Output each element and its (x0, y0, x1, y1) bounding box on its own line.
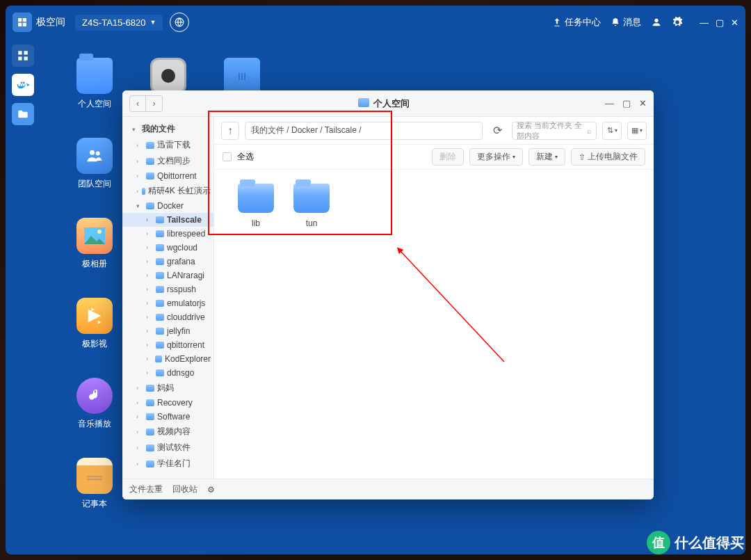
fm-minimize-button[interactable]: — (605, 98, 614, 109)
tree-item-迅雷下载[interactable]: › 迅雷下载 (122, 137, 213, 153)
maximize-button[interactable]: ▢ (716, 17, 724, 28)
dock (6, 39, 40, 125)
svg-point-6 (90, 150, 95, 155)
search-icon: ⌕ (587, 127, 592, 135)
fm-close-button[interactable]: ✕ (639, 98, 647, 109)
tree-item-lanraragi[interactable]: › LANraragi (122, 269, 213, 282)
tree-item-精研4k-长虹演示[interactable]: › 精研4K 长虹演示 (122, 183, 213, 199)
delete-button[interactable]: 删除 (432, 148, 464, 166)
desktop-icon-notes[interactable]: 记事本 (75, 458, 114, 510)
tree-item-docker[interactable]: ▾ Docker (122, 199, 213, 213)
folder-icon (146, 461, 154, 467)
chevron-down-icon: ▼ (150, 19, 156, 26)
chevron-icon: › (136, 173, 143, 179)
tree-item-emulatorjs[interactable]: › emulatorjs (122, 296, 213, 310)
folder-icon (156, 342, 164, 349)
folder-icon (156, 272, 164, 279)
fm-content-area[interactable]: libtun (214, 170, 654, 479)
nav-back-button[interactable]: ‹ (129, 95, 146, 112)
fm-maximize-button[interactable]: ▢ (622, 98, 631, 109)
minimize-button[interactable]: — (700, 17, 709, 28)
go-up-button[interactable]: ↑ (221, 122, 239, 140)
folder-icon (146, 445, 154, 451)
watermark-badge-icon: 值 (647, 531, 670, 554)
tree-item-recovery[interactable]: › Recovery (122, 396, 213, 410)
more-actions-button[interactable]: 更多操作▾ (469, 148, 523, 166)
user-icon[interactable] (651, 17, 662, 28)
tree-item-ddnsgo[interactable]: › ddnsgo (122, 366, 213, 380)
fm-title-text: 个人空间 (373, 97, 410, 110)
tree-item-librespeed[interactable]: › librespeed (122, 227, 213, 241)
folder-icon (156, 300, 164, 307)
tree-item-qbittorrent[interactable]: › qbittorrent (122, 338, 213, 352)
watermark: 值 什么值得买 (647, 531, 744, 554)
refresh-button[interactable]: ⟳ (488, 122, 506, 140)
chevron-icon: › (136, 142, 143, 149)
select-all-checkbox[interactable] (223, 152, 232, 161)
globe-button[interactable] (170, 13, 189, 32)
footer-settings-icon[interactable]: ⚙ (207, 485, 215, 495)
dock-files-icon[interactable] (12, 103, 34, 125)
new-button[interactable]: 新建▾ (528, 148, 565, 166)
settings-icon[interactable] (672, 17, 683, 28)
dock-docker-icon[interactable] (12, 74, 34, 96)
chevron-icon: › (146, 342, 153, 349)
file-item-tun[interactable]: tun (284, 184, 339, 228)
svg-rect-5 (24, 57, 28, 61)
notifications-button[interactable]: 消息 (611, 16, 641, 29)
file-item-lib[interactable]: lib (228, 184, 284, 228)
recycle-button[interactable]: 回收站 (172, 483, 197, 495)
desktop-icon-team-space[interactable]: 团队空间 (75, 138, 114, 190)
dedup-button[interactable]: 文件去重 (129, 483, 163, 495)
chevron-icon: › (146, 369, 153, 376)
tree-item-tailscale[interactable]: › Tailscale (122, 213, 213, 227)
tree-item-文档同步[interactable]: › 文档同步 (122, 153, 213, 169)
tree-item-kodexplorer[interactable]: › KodExplorer (122, 352, 213, 366)
topbar: 极空间 Z4S-TA15-6820 ▼ 任务中心 消息 — ▢ ✕ (6, 6, 745, 39)
tree-item-学佳名门[interactable]: › 学佳名门 (122, 456, 213, 472)
folder-icon (156, 244, 164, 251)
desktop-icon-album[interactable]: 极相册 (75, 218, 114, 270)
chevron-icon: › (146, 258, 153, 265)
tree-item-rsspush[interactable]: › rsspush (122, 282, 213, 296)
view-mode-button[interactable]: ▦▾ (627, 122, 647, 140)
chevron-icon: › (146, 216, 153, 223)
chevron-icon: › (146, 286, 153, 293)
select-all-label: 全选 (237, 151, 254, 163)
tree-item-clouddrive[interactable]: › clouddrive (122, 310, 213, 324)
folder-icon (146, 413, 154, 420)
chevron-icon: › (146, 272, 153, 279)
tree-item-qbittorrent[interactable]: › Qbittorrent (122, 169, 213, 183)
tasks-button[interactable]: 任务中心 (552, 16, 601, 29)
folder-icon (146, 399, 154, 406)
close-button[interactable]: ✕ (731, 17, 738, 28)
sort-button[interactable]: ⇅▾ (602, 122, 622, 140)
folder-icon (146, 173, 154, 179)
folder-icon (358, 98, 369, 109)
dock-apps-icon[interactable] (12, 45, 34, 67)
tree-item-视频内容[interactable]: › 视频内容 (122, 424, 213, 440)
svg-rect-4 (18, 57, 22, 61)
tree-root-myfiles[interactable]: ▾ 我的文件 (122, 121, 213, 137)
desktop-icon-personal-space[interactable]: 个人空间 (75, 58, 114, 110)
nav-forward-button[interactable]: › (146, 95, 163, 112)
device-selector[interactable]: Z4S-TA15-6820 ▼ (75, 15, 163, 31)
svg-point-7 (96, 152, 100, 156)
chevron-icon: › (136, 188, 139, 195)
tree-item-software[interactable]: › Software (122, 410, 213, 424)
desktop-icon-music[interactable]: 音乐播放 (75, 378, 114, 430)
tree-item-wgcloud[interactable]: › wgcloud (122, 241, 213, 255)
path-bar[interactable]: 我的文件 / Docker / Tailscale / (245, 122, 483, 140)
tree-item-妈妈[interactable]: › 妈妈 (122, 380, 213, 396)
folder-icon (146, 385, 154, 392)
tree-item-jellyfin[interactable]: › jellyfin (122, 324, 213, 338)
tree-item-测试软件[interactable]: › 测试软件 (122, 440, 213, 456)
chevron-icon: › (146, 314, 153, 321)
desktop-icon-video[interactable]: 极影视 (75, 298, 114, 350)
file-manager-window: ‹ › 个人空间 — ▢ ✕ ▾ 我的文件 › 迅雷下载› 文档同步› Qbit… (122, 90, 654, 499)
chevron-icon: › (136, 413, 143, 420)
upload-button[interactable]: ⇧上传电脑文件 (571, 148, 645, 166)
search-input[interactable]: 搜索 当前文件夹 全部内容⌕ (512, 122, 597, 140)
tree-item-grafana[interactable]: › grafana (122, 255, 213, 269)
chevron-icon: › (146, 300, 153, 307)
